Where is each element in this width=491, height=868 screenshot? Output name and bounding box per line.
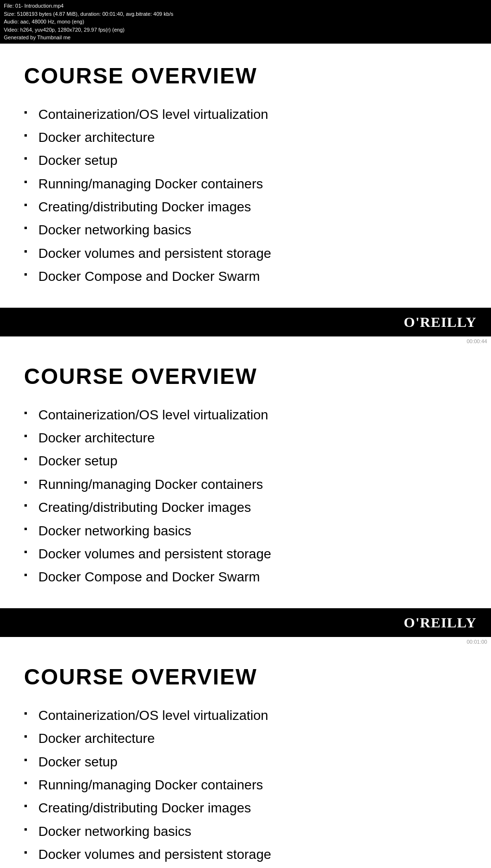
list-item: Docker setup: [24, 149, 467, 172]
oreilly-bar-1: O'REILLY: [0, 308, 491, 336]
list-item: Docker volumes and persistent storage: [24, 543, 467, 566]
list-item: Docker volumes and persistent storage: [24, 843, 467, 866]
slide-1: COURSE OVERVIEW Containerization/OS leve…: [0, 44, 491, 344]
timestamp-2: 00:01:00: [0, 637, 491, 645]
list-item: Containerization/OS level virtualization: [24, 704, 467, 727]
list-item: Creating/distributing Docker images: [24, 196, 467, 219]
slide-1-title: COURSE OVERVIEW: [24, 63, 467, 89]
slide-2-list: Containerization/OS level virtualization…: [24, 404, 467, 589]
slide-1-list: Containerization/OS level virtualization…: [24, 103, 467, 289]
slide-1-content: COURSE OVERVIEW Containerization/OS leve…: [0, 44, 491, 289]
metadata-line1: File: 01- Introduction.mp4: [4, 2, 487, 10]
metadata-line4: Video: h264, yuv420p, 1280x720, 29.97 fp…: [4, 26, 487, 34]
list-item: Docker architecture: [24, 427, 467, 450]
list-item: Creating/distributing Docker images: [24, 496, 467, 519]
slide-3-content: COURSE OVERVIEW Containerization/OS leve…: [0, 645, 491, 868]
list-item: Docker setup: [24, 450, 467, 473]
timestamp-1: 00:00:44: [0, 336, 491, 344]
list-item: Running/managing Docker containers: [24, 173, 467, 196]
list-item: Docker Compose and Docker Swarm: [24, 566, 467, 589]
list-item: Running/managing Docker containers: [24, 473, 467, 496]
metadata-bar: File: 01- Introduction.mp4 Size: 5108193…: [0, 0, 491, 44]
metadata-line2: Size: 5108193 bytes (4.87 MiB), duration…: [4, 10, 487, 18]
oreilly-bar-2: O'REILLY: [0, 608, 491, 637]
oreilly-logo-1: O'REILLY: [404, 314, 477, 330]
list-item: Docker setup: [24, 751, 467, 774]
metadata-line5: Generated by Thumbnail me: [4, 34, 487, 42]
metadata-line3: Audio: aac, 48000 Hz, mono (eng): [4, 18, 487, 26]
slide-3-list: Containerization/OS level virtualization…: [24, 704, 467, 868]
list-item: Docker volumes and persistent storage: [24, 242, 467, 265]
list-item: Containerization/OS level virtualization: [24, 404, 467, 427]
list-item: Running/managing Docker containers: [24, 774, 467, 797]
list-item: Docker architecture: [24, 126, 467, 149]
list-item: Docker networking basics: [24, 219, 467, 242]
list-item: Docker architecture: [24, 727, 467, 750]
list-item: Docker networking basics: [24, 820, 467, 843]
list-item: Containerization/OS level virtualization: [24, 103, 467, 126]
slide-2-title: COURSE OVERVIEW: [24, 363, 467, 389]
slide-2-content: COURSE OVERVIEW Containerization/OS leve…: [0, 344, 491, 589]
slide-3-title: COURSE OVERVIEW: [24, 664, 467, 690]
list-item: Creating/distributing Docker images: [24, 797, 467, 820]
slide-3: COURSE OVERVIEW Containerization/OS leve…: [0, 645, 491, 868]
list-item: Docker networking basics: [24, 520, 467, 543]
oreilly-logo-2: O'REILLY: [404, 614, 477, 631]
list-item: Docker Compose and Docker Swarm: [24, 265, 467, 288]
slide-2: COURSE OVERVIEW Containerization/OS leve…: [0, 344, 491, 645]
list-item: Docker Compose and Docker Swarm: [24, 866, 467, 868]
